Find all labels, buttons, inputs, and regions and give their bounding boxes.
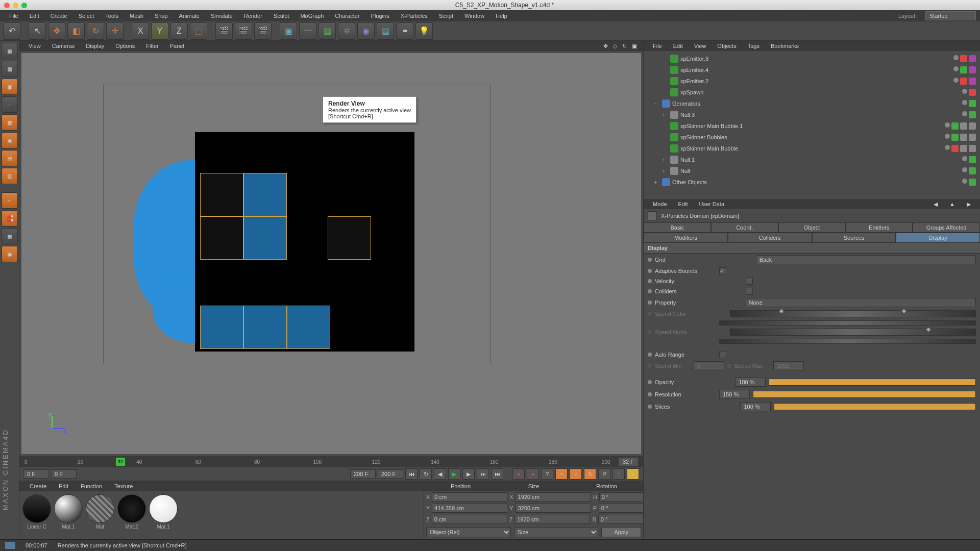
deformer-tool[interactable]: ✲ — [338, 22, 355, 40]
menu-animate[interactable]: Animate — [174, 11, 205, 20]
size-mode-dd[interactable]: Size — [514, 527, 599, 537]
adaptive-checkbox[interactable] — [719, 267, 726, 274]
pos-x[interactable] — [432, 492, 507, 502]
key-extra[interactable]: ▫ — [627, 468, 639, 480]
environment-tool[interactable]: ◉ — [357, 22, 375, 40]
om-edit[interactable]: Edit — [668, 42, 688, 50]
object-row[interactable]: xpEmitter.3 — [646, 53, 978, 64]
object-row[interactable]: +Null — [646, 165, 978, 177]
camera-tool[interactable]: ▤ — [377, 22, 394, 40]
menu-window[interactable]: Window — [459, 11, 489, 20]
light-button[interactable]: 💡 — [415, 22, 433, 40]
goto-end-button[interactable]: ⏭ — [477, 468, 489, 480]
next-frame-button[interactable]: ▶ — [462, 468, 475, 480]
menu-tools[interactable]: Tools — [100, 11, 124, 20]
object-row[interactable]: xpSkinner Main Bubble.1 — [646, 120, 978, 132]
om-tags[interactable]: Tags — [743, 42, 765, 50]
object-row[interactable]: xpEmitter.4 — [646, 64, 978, 76]
slices-slider[interactable] — [774, 403, 976, 410]
mat-create[interactable]: Create — [23, 482, 53, 490]
render-pv-button[interactable]: 🎬 — [235, 22, 252, 40]
render-view-button[interactable]: 🎬 — [215, 22, 233, 40]
key-dots[interactable]: ⋮ — [612, 468, 625, 480]
key-pos[interactable]: ▫ — [555, 468, 568, 480]
om-view[interactable]: View — [689, 42, 712, 50]
object-tree[interactable]: xpEmitter.3xpEmitter.4xpEmitter.2xpSpawn… — [644, 51, 980, 199]
material-swatch[interactable]: Linear C — [22, 494, 51, 530]
object-row[interactable]: xpSkinner Bubbles — [646, 132, 978, 143]
menu-mesh[interactable]: Mesh — [125, 11, 149, 20]
polygon-mode[interactable]: ▣ — [2, 132, 18, 148]
skip-end-button[interactable]: ⏭ — [491, 468, 503, 480]
speedcolor-gradient[interactable] — [730, 310, 976, 317]
tab-modifiers[interactable]: Modifiers — [644, 233, 728, 243]
minimize-icon[interactable] — [13, 3, 18, 8]
vp-rotate-icon[interactable]: ↻ — [620, 42, 629, 51]
select-tool[interactable]: ↖ — [29, 22, 46, 40]
tab-sources[interactable]: Sources — [812, 233, 896, 243]
om-objects[interactable]: Objects — [712, 42, 741, 50]
opacity-field[interactable]: 100 % — [735, 378, 766, 387]
point-mode[interactable]: · — [2, 96, 18, 113]
pos-z[interactable] — [432, 515, 507, 524]
record-button[interactable]: ● — [512, 468, 525, 480]
am-edit[interactable]: Edit — [673, 200, 693, 208]
uv-mode[interactable]: ▤ — [2, 150, 18, 166]
menu-create[interactable]: Create — [45, 11, 72, 20]
layout-dropdown[interactable]: Startup — [925, 11, 976, 20]
menu-select[interactable]: Select — [74, 11, 100, 20]
loop-button[interactable]: ↻ — [420, 468, 432, 480]
start-frame[interactable]: 0 F — [23, 469, 49, 479]
tab-object[interactable]: Object — [778, 222, 846, 233]
tab-coord[interactable]: Coord. — [711, 222, 778, 233]
om-file[interactable]: File — [648, 42, 667, 50]
menu-snap[interactable]: Snap — [150, 11, 173, 20]
om-bookmarks[interactable]: Bookmarks — [766, 42, 804, 50]
edge-mode[interactable]: ▦ — [2, 114, 18, 131]
rotate-tool[interactable]: ↻ — [87, 22, 104, 40]
play-button[interactable]: ▶ — [448, 468, 460, 480]
menu-sculpt[interactable]: Sculpt — [268, 11, 295, 20]
resolution-slider[interactable] — [753, 391, 976, 398]
menu-xparticles[interactable]: X-Particles — [396, 11, 433, 20]
am-userdata[interactable]: User Data — [694, 200, 730, 208]
object-row[interactable]: +Null.1 — [646, 154, 978, 165]
tab-basic[interactable]: Basic — [644, 222, 711, 233]
undo-button[interactable]: ↶ — [3, 22, 20, 40]
menu-plugins[interactable]: Plugins — [366, 11, 395, 20]
vp-display[interactable]: Display — [81, 42, 109, 50]
menu-edit[interactable]: Edit — [24, 11, 44, 20]
snap-tool[interactable]: 🧲 — [2, 210, 18, 227]
axis-tool[interactable]: ⌐ — [2, 192, 18, 209]
y-axis-lock[interactable]: Y — [151, 22, 168, 40]
tab-emitters[interactable]: Emitters — [845, 222, 913, 233]
apply-button[interactable]: Apply — [601, 527, 641, 537]
render-settings-button[interactable]: 🎬 — [254, 22, 272, 40]
menu-file[interactable]: File — [4, 11, 23, 20]
move-tool[interactable]: ✥ — [48, 22, 65, 40]
colliders-checkbox[interactable] — [746, 288, 753, 295]
spline-tool[interactable]: 〰 — [299, 22, 316, 40]
material-swatch[interactable]: Mat.1 — [149, 494, 178, 530]
pos-y[interactable] — [432, 504, 507, 513]
am-mode[interactable]: Mode — [648, 200, 672, 208]
key-rot[interactable]: ↻ — [584, 468, 596, 480]
object-row[interactable]: +Null.3 — [646, 109, 978, 120]
mat-function[interactable]: Function — [75, 482, 108, 490]
preview-start[interactable]: 0 F — [51, 469, 77, 479]
nav-fwd-icon[interactable]: ▶ — [962, 200, 976, 209]
vp-nav-icon[interactable]: ✥ — [601, 42, 610, 51]
scale-tool[interactable]: ◧ — [67, 22, 85, 40]
generator-tool[interactable]: ▦ — [318, 22, 336, 40]
object-row[interactable]: −Generators — [646, 98, 978, 109]
autorange-checkbox[interactable] — [719, 351, 726, 358]
vp-view[interactable]: View — [23, 42, 46, 50]
coord-system[interactable]: ⬚ — [190, 22, 207, 40]
tab-groups[interactable]: Groups Affected — [913, 222, 980, 233]
key-options[interactable]: ? — [541, 468, 553, 480]
object-row[interactable]: +Other Objects — [646, 177, 978, 188]
vp-zoom-icon[interactable]: ◇ — [611, 42, 619, 51]
tab-colliders[interactable]: Colliders — [728, 233, 812, 243]
size-y[interactable] — [516, 504, 591, 513]
tab-display[interactable]: Display — [896, 233, 980, 243]
